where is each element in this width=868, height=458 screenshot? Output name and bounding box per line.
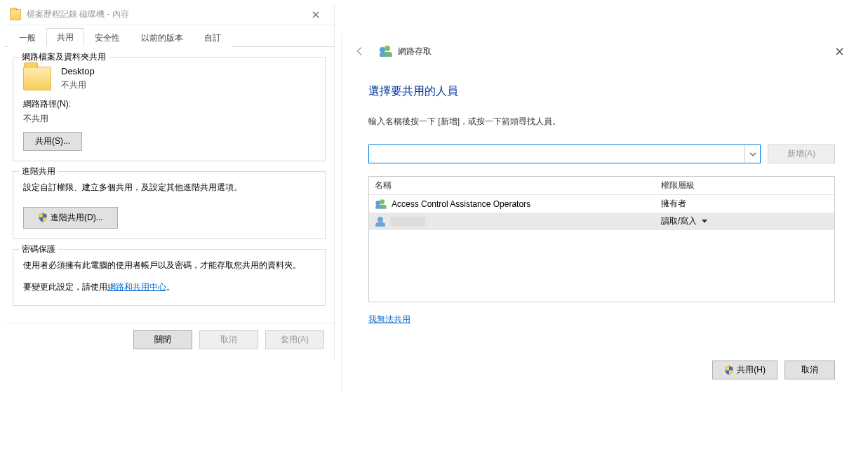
tab-strip: 一般 共用 安全性 以前的版本 自訂 bbox=[4, 29, 334, 47]
close-button[interactable]: 關閉 bbox=[133, 330, 192, 349]
close-icon bbox=[312, 11, 319, 18]
people-combobox[interactable] bbox=[368, 144, 761, 163]
people-icon bbox=[380, 46, 392, 57]
tab-security[interactable]: 安全性 bbox=[84, 29, 131, 47]
tab-sharing[interactable]: 共用 bbox=[46, 28, 84, 47]
cancel-button[interactable]: 取消 bbox=[199, 330, 258, 349]
dialog-footer: 關閉 取消 套用(A) bbox=[4, 323, 334, 359]
tab-general[interactable]: 一般 bbox=[8, 29, 46, 47]
chevron-down-icon bbox=[749, 151, 756, 158]
row-name: Access Control Assistance Operators bbox=[392, 199, 530, 209]
wizard-crumb: 網路存取 bbox=[380, 46, 432, 58]
table-header: 名稱 權限層級 bbox=[369, 177, 834, 195]
folder-icon bbox=[23, 67, 51, 90]
titlebar: 檔案歷程記錄 磁碟機 - 內容 bbox=[4, 4, 334, 25]
group-legend: 密碼保護 bbox=[19, 243, 58, 255]
shield-icon bbox=[38, 213, 48, 222]
back-arrow-icon bbox=[355, 46, 365, 56]
properties-dialog: 檔案歷程記錄 磁碟機 - 內容 一般 共用 安全性 以前的版本 自訂 網路檔案及… bbox=[4, 4, 335, 359]
window-title: 檔案歷程記錄 磁碟機 - 內容 bbox=[27, 8, 302, 20]
group-advanced-sharing: 進階共用 設定自訂權限、建立多個共用，及設定其他進階共用選項。 進階共用(D).… bbox=[13, 171, 326, 239]
add-button[interactable]: 新增(A) bbox=[768, 144, 835, 163]
back-button[interactable] bbox=[353, 44, 367, 58]
shield-icon bbox=[724, 365, 734, 375]
tab-previous-versions[interactable]: 以前的版本 bbox=[131, 29, 194, 47]
close-button[interactable] bbox=[302, 6, 330, 24]
table-row[interactable]: 讀取/寫入 bbox=[369, 213, 834, 230]
apply-button[interactable]: 套用(A) bbox=[265, 330, 324, 349]
close-button[interactable] bbox=[825, 42, 853, 60]
group-network-sharing: 網路檔案及資料夾共用 Desktop 不共用 網路路徑(N): 不共用 共用(S… bbox=[13, 57, 326, 161]
wizard-heading: 選擇要共用的人員 bbox=[368, 84, 835, 99]
advanced-share-button[interactable]: 進階共用(D)... bbox=[23, 207, 118, 229]
wizard-instruction: 輸入名稱後按一下 [新增]，或按一下箭頭尋找人員。 bbox=[368, 116, 835, 128]
advanced-share-label: 進階共用(D)... bbox=[51, 212, 103, 224]
cancel-button[interactable]: 取消 bbox=[784, 361, 835, 379]
wizard-header: 網路存取 bbox=[342, 35, 862, 63]
group-legend: 進階共用 bbox=[19, 166, 58, 177]
pw-desc-2: 要變更此設定，請使用網路和共用中心。 bbox=[23, 280, 315, 295]
wizard-title: 網路存取 bbox=[398, 46, 432, 58]
group-legend: 網路檔案及資料夾共用 bbox=[19, 51, 109, 63]
permission-table: 名稱 權限層級 Access Control Assistance Operat… bbox=[368, 176, 835, 302]
share-button[interactable]: 共用(H) bbox=[712, 361, 777, 379]
combobox-caret[interactable] bbox=[745, 145, 760, 163]
folder-name: Desktop bbox=[61, 66, 95, 76]
table-row[interactable]: Access Control Assistance Operators 擁有者 bbox=[369, 195, 834, 213]
pw-desc-1: 使用者必須擁有此電腦的使用者帳戶以及密碼，才能存取您共用的資料夾。 bbox=[23, 258, 315, 274]
col-header-name[interactable]: 名稱 bbox=[369, 177, 655, 194]
col-header-level[interactable]: 權限層級 bbox=[655, 177, 834, 194]
row-level: 擁有者 bbox=[661, 198, 686, 210]
network-path-value: 不共用 bbox=[23, 113, 315, 125]
advanced-desc: 設定自訂權限、建立多個共用，及設定其他進階共用選項。 bbox=[23, 180, 315, 196]
share-button-label: 共用(H) bbox=[737, 364, 766, 376]
network-sharing-center-link[interactable]: 網路和共用中心 bbox=[107, 282, 166, 292]
network-access-wizard: 網路存取 選擇要共用的人員 輸入名稱後按一下 [新增]，或按一下箭頭尋找人員。 … bbox=[341, 35, 862, 393]
user-icon bbox=[375, 217, 386, 227]
row-level: 讀取/寫入 bbox=[661, 215, 697, 227]
level-dropdown[interactable] bbox=[701, 217, 708, 227]
row-name-redacted bbox=[390, 217, 425, 227]
share-button[interactable]: 共用(S)... bbox=[23, 132, 82, 151]
wizard-footer: 共用(H) 取消 bbox=[342, 332, 862, 393]
folder-icon bbox=[10, 9, 21, 20]
group-icon bbox=[375, 199, 386, 209]
people-input[interactable] bbox=[369, 145, 745, 163]
close-icon bbox=[836, 48, 843, 55]
triangle-down-icon bbox=[701, 217, 708, 224]
cannot-share-link[interactable]: 我無法共用 bbox=[368, 314, 410, 324]
share-state: 不共用 bbox=[61, 79, 95, 91]
tab-customize[interactable]: 自訂 bbox=[194, 29, 232, 47]
network-path-label: 網路路徑(N): bbox=[23, 98, 315, 110]
group-password-protection: 密碼保護 使用者必須擁有此電腦的使用者帳戶以及密碼，才能存取您共用的資料夾。 要… bbox=[13, 249, 326, 306]
